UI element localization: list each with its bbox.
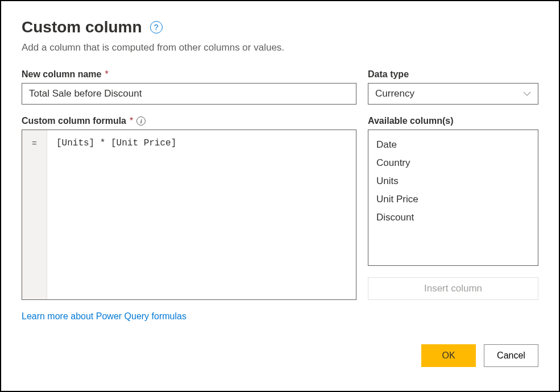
list-item[interactable]: Unit Price	[368, 190, 538, 208]
list-item[interactable]: Date	[368, 136, 538, 154]
formula-text[interactable]: [Units] * [Unit Price]	[47, 130, 356, 299]
available-columns-label: Available column(s)	[368, 116, 538, 126]
dialog-subtitle: Add a column that is computed from other…	[22, 42, 538, 53]
list-item[interactable]: Units	[368, 172, 538, 190]
list-item[interactable]: Discount	[368, 208, 538, 227]
data-type-select[interactable]: Currency	[368, 83, 538, 105]
formula-label: Custom column formula* i	[22, 116, 356, 126]
column-name-input[interactable]	[22, 83, 356, 105]
help-icon[interactable]: ?	[150, 21, 163, 34]
list-item[interactable]: Country	[368, 154, 538, 172]
formula-editor[interactable]: = [Units] * [Unit Price]	[22, 130, 356, 300]
ok-button[interactable]: OK	[421, 344, 476, 367]
column-name-label: New column name*	[22, 69, 356, 80]
available-columns-list[interactable]: Date Country Units Unit Price Discount	[368, 130, 538, 266]
insert-column-button[interactable]: Insert column	[368, 277, 538, 300]
cancel-button[interactable]: Cancel	[484, 344, 538, 367]
info-icon[interactable]: i	[136, 116, 146, 126]
learn-more-link[interactable]: Learn more about Power Query formulas	[22, 311, 186, 322]
formula-gutter: =	[22, 130, 47, 299]
chevron-down-icon	[523, 91, 531, 96]
data-type-value: Currency	[375, 88, 414, 99]
dialog-title: Custom column	[22, 18, 142, 36]
data-type-label: Data type	[368, 69, 538, 80]
